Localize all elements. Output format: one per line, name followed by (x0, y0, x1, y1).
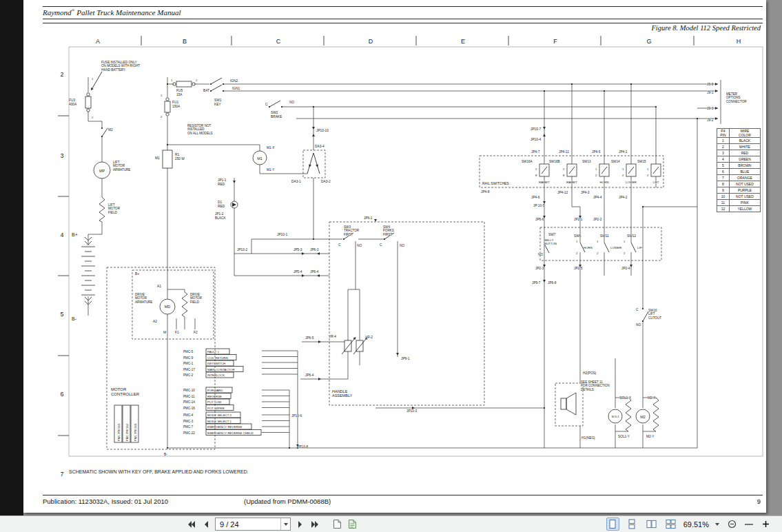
label-jp10-10: JP10-10 (316, 129, 329, 132)
junction-dots (102, 84, 697, 448)
pdf-viewer-window: Raymond® Pallet Truck Maintenance Manual… (0, 0, 782, 532)
wire-table-row: 10NOT USED (717, 194, 761, 200)
label-pmc-prog1: PMC-PROG1 (117, 423, 121, 441)
label-pmc-2: PMC-2 (183, 374, 194, 377)
single-page-view-button[interactable] (606, 518, 619, 531)
label-m1-motor: M1 (257, 156, 263, 161)
label-sw7: SW7 (548, 233, 556, 236)
label-h2-pos: H2(POS) (583, 371, 597, 375)
snapshot-button[interactable] (331, 518, 344, 531)
label-sig-mode-select-1: MODE SELECT 1 (207, 420, 232, 423)
chevron-down-icon (284, 523, 288, 526)
label-jp10-1: JP10-1 (277, 233, 288, 236)
zoom-in-button[interactable] (759, 518, 772, 531)
label-handle-assembly: HANDLEASSEMBLY (332, 389, 353, 398)
zoom-slider[interactable] (745, 524, 753, 525)
label-sw4: SW4FORKSFIRST (383, 225, 394, 236)
label-pmc-14: PMC-14 (183, 400, 195, 404)
label-da3-1: DA3-1 (291, 180, 301, 183)
label-jp9-7: JP9-7 (532, 281, 541, 285)
label-lift-motor-armature: LIFTMOTORARMATURE (113, 161, 130, 172)
next-page-button[interactable] (293, 518, 306, 531)
last-page-button[interactable] (308, 518, 321, 531)
label-jp10-2: JP10-2 (237, 248, 248, 252)
label-mc-m-minus: M- (163, 331, 167, 334)
zoom-dropdown-caret[interactable] (715, 523, 719, 526)
label-sig-emergency-reverse: EMERGENCY REVERSE (207, 425, 242, 429)
label-sig-forward: FORWARD (207, 389, 223, 392)
label-jp10-5: JP 10-5 (533, 204, 545, 207)
last-page-icon (311, 520, 319, 529)
label-ign2: IGN2 (230, 79, 238, 83)
wire-table-row: 3RED (717, 150, 761, 156)
label-ign1: IGN1 (232, 87, 240, 90)
label-bat: BAT (203, 89, 209, 92)
page-number: 9 (757, 498, 761, 505)
updated-info: (Updated from PDMM-0088B) (244, 498, 331, 505)
clipboard-icon (348, 519, 357, 529)
label-sig-coil-return: COIL RETURN (207, 356, 228, 360)
label-sw12-pin-1: 1 (624, 240, 626, 243)
schematic-labels: FUSE INSTALLED ONLYON MODELS WITH RIGHTH… (69, 61, 747, 456)
wire-color-table: P4 PIN WIRE COLOR 1BLACK2WHITE3RED4GREEN… (717, 128, 761, 212)
label-jp6-5: JP6-5 (305, 336, 314, 340)
label-sw16b-func: RABBIT (566, 181, 577, 184)
label-sig-pot-wiper: POT WIPER (207, 407, 225, 410)
grid-column-f: F (553, 38, 557, 45)
label-fu1: FU1150A (172, 101, 181, 108)
grid-ticks (58, 36, 694, 436)
publication-info: Publication: 1123032A, Issued: 01 Jul 20… (43, 498, 168, 505)
continuous-view-button[interactable] (626, 518, 639, 531)
label-mc-b-plus: B+ (135, 272, 139, 276)
label-mc-b-minus: B- (164, 453, 167, 456)
grid-column-g: G (646, 38, 651, 45)
label-sw12-func: LIFT (637, 246, 644, 249)
label-sw10-no: NO (636, 323, 641, 327)
label-sw6-func: HORN (584, 246, 593, 249)
label-jp4-12: JP4-12 (557, 191, 568, 194)
label-jp10-4: JP10-4 (531, 138, 542, 141)
label-jp9-1: JP9-1 (401, 357, 410, 360)
label-sw6: SW6 (574, 234, 582, 238)
grid-column-d: D (369, 38, 373, 45)
schematic-note: SCHEMATIC SHOWN WITH KEY OFF, BRAKE APPL… (69, 469, 249, 474)
label-pmc-17: PMC-17 (183, 368, 195, 371)
page-number-input[interactable]: 9 / 24 (215, 518, 291, 531)
label-sig-pot-low: POT LOW (207, 400, 222, 404)
label-sw4-c: C (380, 243, 382, 247)
label-j9-2: J9-2 (707, 119, 714, 122)
label-mc-a2: A2 (153, 320, 157, 323)
label-sw14: SW14 (611, 160, 620, 163)
label-jp10-7: JP10-7 (531, 127, 542, 131)
page-dropdown-button[interactable] (280, 518, 290, 530)
label-jp4-2: JP4-2 (619, 196, 628, 199)
label-fu3-pin-1: 1 (92, 77, 94, 81)
continuous-two-page-view-button[interactable] (664, 518, 677, 531)
label-m2-contact: M2 (108, 128, 113, 132)
label-jp6-4-lower: JP6-4 (305, 374, 314, 377)
previous-page-icon (203, 520, 211, 529)
clipboard-button[interactable] (346, 518, 359, 531)
previous-page-button[interactable] (200, 518, 213, 531)
label-h1-neg: H1(NEG) (582, 436, 595, 440)
zoom-out-button[interactable] (726, 518, 739, 531)
wire-table-header-pin: P4 PIN (717, 129, 730, 138)
handle-assembly-box (329, 222, 484, 405)
label-jp1-2: JP1-2BLACK (215, 212, 227, 220)
label-jp4-6: JP4-6 (531, 196, 540, 199)
label-sw3-c: C (338, 243, 341, 247)
label-sw12-pin-2: 2 (624, 252, 626, 255)
first-page-button[interactable] (185, 518, 198, 531)
first-page-icon (187, 520, 196, 529)
label-rail-switches: RAIL SWITCHES (482, 181, 509, 185)
label-sheet-note: SEE SHEET 11FOR CONNECTIONDETAILS (581, 380, 610, 391)
label-sw12: SW12 (627, 234, 636, 238)
label-sw6-pin-2: 2 (576, 252, 578, 255)
connector-arrows (90, 83, 717, 447)
drive-motor-box (132, 270, 214, 339)
label-lift-motor-field: LIFTMOTORFIELD (108, 203, 121, 214)
grid-row-labels: 2 3 4 5 6 7 (60, 71, 63, 478)
two-page-view-button[interactable] (645, 518, 658, 531)
component-symbols (81, 81, 661, 442)
page-field-value: 9 / 24 (216, 520, 280, 529)
